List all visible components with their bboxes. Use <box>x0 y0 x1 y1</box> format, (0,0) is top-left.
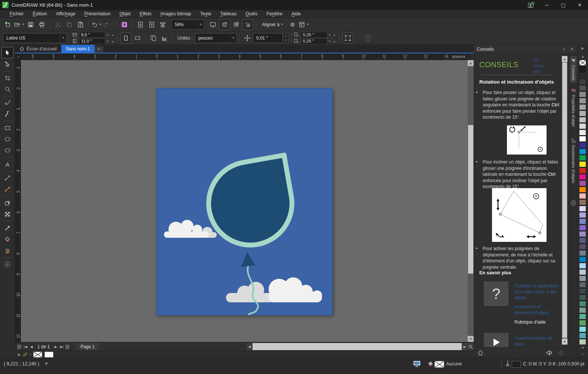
new-document-button[interactable] <box>3 19 13 30</box>
print-button[interactable] <box>37 19 47 30</box>
menu-texte[interactable]: Texte <box>196 10 216 18</box>
drop-shadow-tool[interactable] <box>2 198 13 208</box>
freehand-tool[interactable] <box>2 98 13 108</box>
link-rotation-mirror[interactable]: Rotation et application d'un effet miroi… <box>514 283 559 301</box>
ruler-origin-button[interactable]: ⌖ <box>15 54 22 60</box>
vertical-ruler[interactable]: 10123456789101112 <box>15 60 21 342</box>
add-page-after-icon[interactable] <box>65 344 71 350</box>
show-grid-button[interactable] <box>231 19 241 30</box>
white-swatch[interactable] <box>44 352 53 358</box>
palette-swatch[interactable] <box>579 79 586 85</box>
palette-swatch[interactable] <box>579 256 586 262</box>
palette-swatch[interactable] <box>579 136 586 142</box>
show-guidelines-button[interactable] <box>242 19 253 30</box>
connector-tool[interactable] <box>2 184 13 194</box>
palette-swatch[interactable] <box>579 339 586 345</box>
menu-aide[interactable]: Aide <box>287 10 305 18</box>
palette-swatch[interactable] <box>579 237 586 243</box>
nudge-distance-field[interactable]: 0,01 " <box>253 33 283 43</box>
crop-tool[interactable] <box>2 73 13 83</box>
palette-swatch[interactable] <box>579 123 586 129</box>
palette-swatch[interactable] <box>579 288 586 294</box>
drawing-page[interactable] <box>157 88 332 315</box>
menu-pr-sentation[interactable]: Présentation <box>80 10 115 18</box>
coordinates-flyout-icon[interactable]: ▶ <box>46 361 48 365</box>
ellipse-tool[interactable] <box>2 134 13 144</box>
back-arrow-icon[interactable] <box>545 350 552 356</box>
zoom-tool[interactable] <box>2 84 13 94</box>
copy-button[interactable] <box>64 19 74 30</box>
palette-swatch[interactable] <box>579 149 586 155</box>
palette-swatch[interactable] <box>579 180 586 186</box>
page-height-spinner[interactable]: ▼▲ <box>105 37 115 45</box>
eyedropper-tool[interactable] <box>2 223 13 233</box>
palette-scroll-up[interactable]: ▲ <box>577 54 588 59</box>
docker-scroll-down[interactable]: ▼ <box>562 339 567 345</box>
paste-button[interactable] <box>75 19 86 30</box>
help-thumbnail[interactable]: ? <box>484 281 508 306</box>
open-button[interactable]: ▼ <box>14 19 25 30</box>
transparency-tool[interactable] <box>2 209 13 219</box>
palette-swatch[interactable] <box>579 212 586 218</box>
shape-tool[interactable] <box>2 59 13 69</box>
palette-swatch[interactable] <box>579 231 586 237</box>
export-button[interactable] <box>146 19 157 30</box>
outline-pen-icon[interactable] <box>505 360 510 368</box>
palette-swatch[interactable] <box>579 72 586 78</box>
palette-swatch[interactable] <box>579 142 586 148</box>
cut-button[interactable] <box>53 19 63 30</box>
link-help-topic[interactable]: Rubrique d'aide <box>514 320 546 325</box>
horizontal-ruler[interactable]: pouces 65432101234567891011121314 <box>22 54 468 60</box>
horizontal-scrollbar[interactable]: ◀ ▶ <box>247 343 474 350</box>
menu-fichier[interactable]: Fichier <box>5 10 28 18</box>
balloon-string-and-cloud[interactable] <box>157 88 332 315</box>
docker-tab-object-manager[interactable]: Gestionnaire d'objets <box>570 138 577 183</box>
palette-swatch[interactable] <box>579 98 586 104</box>
align-to-dropdown[interactable]: Aligner à▼ <box>259 19 287 30</box>
landscape-button[interactable] <box>132 33 143 43</box>
duplicate-y-field[interactable]: 0,25 " <box>301 38 327 44</box>
page-1-tab[interactable]: Page 1 <box>74 343 100 350</box>
menu-images-bitmap[interactable]: Images bitmap <box>156 10 196 18</box>
color-proof-icon[interactable] <box>413 361 421 367</box>
palette-swatch[interactable] <box>579 117 586 123</box>
palette-swatch[interactable] <box>579 174 586 180</box>
document-palette-flyout-icon[interactable]: ▶ <box>18 353 21 356</box>
artistic-media-tool[interactable] <box>2 109 13 119</box>
palette-swatch[interactable] <box>579 110 586 116</box>
link-basic-transformations[interactable]: Transformations de base <box>514 335 559 347</box>
launcher-button[interactable]: ▼ <box>298 19 309 30</box>
menu-fen-tre[interactable]: Fenêtre <box>262 10 287 18</box>
palette-swatch[interactable] <box>579 326 586 332</box>
palette-scroll-down[interactable]: ▼ <box>577 345 588 350</box>
portrait-button[interactable] <box>120 32 131 44</box>
fill-tool[interactable] <box>2 234 13 244</box>
next-page-button[interactable]: ▶ <box>53 344 59 350</box>
duplicate-x-field[interactable]: 0,25 " <box>301 32 327 38</box>
nudge-spinner[interactable]: ▲▼ <box>283 33 289 43</box>
full-screen-preview-button[interactable] <box>208 19 218 30</box>
page-size-dropdown[interactable]: Lettre US ▼ <box>3 33 66 43</box>
maximize-button[interactable]: ▢ <box>555 0 572 10</box>
palette-swatch[interactable] <box>579 91 586 97</box>
new-document-tab-button[interactable]: + <box>95 46 103 52</box>
palette-swatch[interactable] <box>579 269 586 275</box>
last-page-button[interactable]: ▶| <box>59 344 65 350</box>
menu-affichage[interactable]: Affichage <box>52 10 80 18</box>
menu-outils[interactable]: Outils <box>241 10 262 18</box>
zoom-level-dropdown[interactable]: 58%▼ <box>171 20 204 29</box>
menu--dition[interactable]: Édition <box>28 10 52 18</box>
palette-swatch[interactable] <box>579 199 586 205</box>
fill-color-swatch[interactable] <box>434 361 444 368</box>
no-color-swatch[interactable] <box>33 352 42 358</box>
undo-button[interactable]: ▼ <box>91 19 102 30</box>
palette-swatch[interactable] <box>579 333 586 339</box>
palette-flyout-icon[interactable]: ▶ <box>577 46 588 51</box>
palette-swatch[interactable] <box>579 263 586 269</box>
vertical-scrollbar-thumb[interactable] <box>468 125 473 274</box>
palette-swatch[interactable] <box>579 104 586 110</box>
palette-swatch[interactable] <box>579 66 586 72</box>
menu-tableau[interactable]: Tableau <box>216 10 241 18</box>
scroll-right-button[interactable]: ▶ <box>462 343 468 350</box>
import-button[interactable] <box>135 19 146 30</box>
